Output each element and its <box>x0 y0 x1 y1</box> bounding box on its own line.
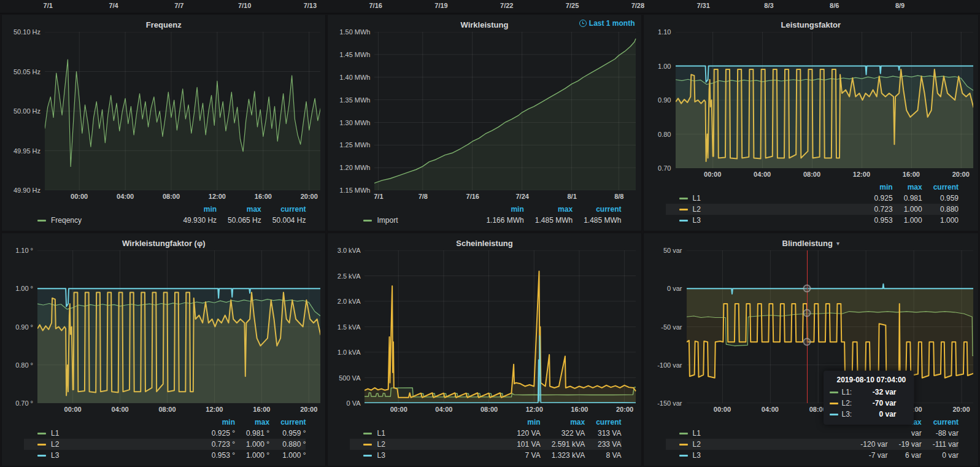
legend-current-value: 1.000 <box>922 215 959 226</box>
series-color-swatch-icon <box>363 455 372 457</box>
legend-max-value: 1.000 ° <box>235 450 269 461</box>
x-axis-tick-label: 7/8 <box>419 193 428 200</box>
x-axis-tick-label: 20:00 <box>616 406 633 413</box>
legend-max-value: 1.485 MWh <box>524 215 573 226</box>
legend-current-value: 8 VA <box>585 450 621 461</box>
legend-current-value: -88 var <box>922 428 959 439</box>
legend-label-header <box>350 417 506 428</box>
legend-current-value: 50.004 Hz <box>261 215 306 226</box>
tooltip-series-label: L2: <box>842 399 852 407</box>
legend-row: L10.925 °0.981 °0.959 ° <box>24 428 306 439</box>
series-name: L3 <box>377 451 385 460</box>
series-color-swatch-icon <box>830 414 838 415</box>
y-axis-tick-label: 2.5 kVA <box>338 272 361 280</box>
legend-series-label[interactable]: L1 <box>679 429 850 438</box>
x-axis-tick-label: 08:00 <box>158 406 176 413</box>
y-axis-tick-label: 1.50 MWh <box>339 28 370 36</box>
legend-min-value <box>849 428 887 439</box>
legend-col-header: current <box>269 417 306 428</box>
timeline-date-label: 7/13 <box>304 2 317 9</box>
x-axis-tick-label: 16:00 <box>903 171 920 178</box>
y-axis-tick-label: 1.10 ° <box>15 247 33 254</box>
y-axis-tick-label: -100 var <box>657 361 682 369</box>
y-axis-tick-label: 3.0 kVA <box>338 247 361 254</box>
series-color-swatch-icon <box>830 403 838 404</box>
legend-current-value: 233 VA <box>585 439 621 450</box>
panel-title[interactable]: Frequenz <box>146 20 182 29</box>
tooltip-series-label: L3: <box>842 410 852 419</box>
chart-plot[interactable] <box>374 32 636 190</box>
time-range-indicator[interactable]: Last 1 month <box>579 19 635 28</box>
legend-series-label[interactable]: L3 <box>37 451 201 460</box>
series-name: L2 <box>51 440 59 449</box>
chart-svg <box>676 32 974 168</box>
legend-max-value: 1.000 ° <box>235 439 269 450</box>
x-axis-tick-label: 12:00 <box>206 406 223 413</box>
panel-frequenz: Frequenz 49.90 Hz49.95 Hz50.00 Hz50.05 H… <box>1 14 326 231</box>
panel-header: Scheinleistung <box>333 236 636 250</box>
legend-label-header <box>24 204 172 215</box>
y-axis-tick-label: 0.70 <box>658 164 671 172</box>
crosshair-line <box>807 250 808 403</box>
series-name: L3 <box>693 451 701 460</box>
legend-max-value: -19 var <box>887 439 921 450</box>
legend-current-value: 1.000 ° <box>269 450 306 461</box>
legend-row: L2-120 var-19 var-111 var <box>666 439 959 450</box>
timeline-date-label: 7/19 <box>434 2 447 9</box>
chart-plot[interactable] <box>365 250 636 403</box>
legend: minmaxcurrentL10.925 °0.981 °0.959 °L20.… <box>24 417 306 461</box>
series-name: L1 <box>51 429 59 438</box>
y-axis-tick-label: -150 var <box>657 399 682 407</box>
legend-series-label[interactable]: L2 <box>37 440 201 449</box>
legend-max-value: 6 var <box>887 450 921 461</box>
legend-header-row: minmaxcurrent <box>666 417 959 428</box>
legend-series-label[interactable]: Import <box>363 216 475 225</box>
legend-min-value: -120 var <box>849 439 887 450</box>
chart-plot[interactable] <box>45 32 320 190</box>
legend-min-value: 7 VA <box>506 450 540 461</box>
panel-title[interactable]: Wirkleistungfaktor (φ) <box>122 239 206 248</box>
tooltip-series-value: 0 var <box>879 410 907 419</box>
legend-series-label[interactable]: L3 <box>363 451 506 460</box>
legend-row: L1var-88 var <box>666 428 959 439</box>
y-axis-tick-label: 49.95 Hz <box>14 147 41 155</box>
legend-series-label[interactable]: L1 <box>679 194 863 203</box>
x-axis-tick-label: 20:00 <box>300 406 317 413</box>
legend-min-value: 49.930 Hz <box>172 215 217 226</box>
panel-title[interactable]: Blindleistung <box>782 239 833 248</box>
series-color-swatch-icon <box>830 392 838 393</box>
panel-header: Frequenz <box>7 17 320 32</box>
x-axis-tick-label: 00:00 <box>704 171 721 178</box>
legend-series-label[interactable]: L1 <box>37 429 201 438</box>
legend-series-label[interactable]: L1 <box>363 429 506 438</box>
chart-plot[interactable] <box>37 250 320 403</box>
y-axis-tick-label: 500 VA <box>339 374 360 382</box>
legend-min-value: 101 VA <box>506 439 540 450</box>
legend-series-label[interactable]: L2 <box>679 205 863 214</box>
legend-series-label[interactable]: L2 <box>363 440 506 449</box>
y-axis-tick-label: 1.30 MWh <box>339 119 370 126</box>
x-axis: 00:0004:0008:0012:0016:0020:00 <box>365 403 636 415</box>
series-name: L3 <box>693 216 701 225</box>
panel-header: Wirkleistungfaktor (φ) <box>7 236 320 250</box>
x-axis-tick-label: 00:00 <box>390 406 407 413</box>
x-axis-tick-label: 04:00 <box>435 406 452 413</box>
legend-series-label[interactable]: Freqency <box>37 216 172 225</box>
x-axis-tick-label: 04:00 <box>754 171 771 178</box>
series-name: L1 <box>693 194 701 203</box>
chart-plot[interactable] <box>676 32 974 168</box>
panel-title[interactable]: Scheinleistung <box>456 239 512 248</box>
legend-row: L30.953 °1.000 °1.000 ° <box>24 450 306 461</box>
clock-icon <box>579 20 587 27</box>
panel-title[interactable]: Leistungsfaktor <box>781 20 841 29</box>
timeline-date-label: 7/4 <box>109 2 118 9</box>
caret-down-icon[interactable]: ▾ <box>836 240 839 247</box>
legend-max-value: 0.981 ° <box>235 428 269 439</box>
y-axis: 0 VA500 VA1.0 kVA1.5 kVA2.0 kVA2.5 kVA3.… <box>333 250 365 403</box>
panel-title[interactable]: Wirkleistung <box>461 20 509 29</box>
x-axis-tick-label: 12:00 <box>853 171 870 178</box>
legend-series-label[interactable]: L2 <box>679 440 850 449</box>
x-axis-tick-label: 04:00 <box>112 406 129 413</box>
legend-series-label[interactable]: L3 <box>679 451 850 460</box>
legend-series-label[interactable]: L3 <box>679 216 863 225</box>
